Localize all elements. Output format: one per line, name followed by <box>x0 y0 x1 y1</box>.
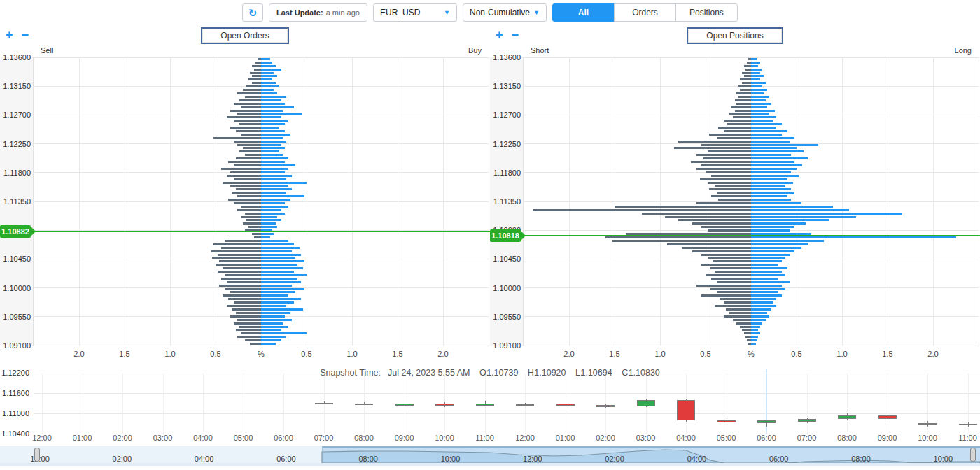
buy-bar <box>261 161 285 163</box>
last-update-label: Last Update: <box>276 8 323 17</box>
buy-bar <box>261 106 294 108</box>
sell-bar <box>230 127 261 129</box>
candlestick-chart[interactable]: Snapshot Time:Jul 24, 2023 5:55 AM O:1.1… <box>0 365 980 443</box>
buy-bar <box>751 75 764 77</box>
percent-tick-label: 1.0 <box>164 350 175 358</box>
tab-orders[interactable]: Orders <box>614 3 676 22</box>
buy-bar <box>751 99 766 101</box>
sell-bar <box>221 247 261 249</box>
buy-bar <box>751 288 785 290</box>
sell-bar <box>234 301 261 304</box>
price-tick-label: 1.11800 <box>491 169 521 177</box>
buy-bar <box>261 322 283 325</box>
buy-bar <box>261 336 286 338</box>
sell-bar <box>216 264 261 266</box>
position-book-plot[interactable] <box>524 57 979 346</box>
zoom-in-button[interactable]: + <box>496 29 503 41</box>
sell-bar <box>740 78 751 80</box>
time-tick-label: 10:00 <box>435 434 454 442</box>
sell-bar <box>214 137 261 139</box>
time-tick-label: 01:00 <box>556 434 575 442</box>
buy-bar <box>751 326 760 328</box>
sell-bar <box>219 285 261 287</box>
time-tick-label: 12:00 <box>515 434 535 442</box>
buy-bar <box>261 319 292 321</box>
gridline <box>524 57 524 346</box>
buy-bar <box>261 206 288 208</box>
buy-bar <box>751 247 802 249</box>
percent-tick-label: 2.0 <box>74 350 84 358</box>
instrument-select[interactable]: EUR_USD ▼ <box>373 3 457 22</box>
sell-bar <box>225 240 261 242</box>
sell-bar <box>735 99 751 101</box>
sell-bar <box>239 150 261 152</box>
gridline <box>83 373 83 434</box>
buy-bar <box>261 192 286 194</box>
order-book-plot[interactable] <box>34 57 489 346</box>
sell-bar <box>243 89 261 91</box>
sell-bar <box>615 206 751 208</box>
sell-bar <box>744 332 751 334</box>
navigator-left-handle[interactable] <box>34 448 40 462</box>
buy-bar <box>261 99 281 101</box>
sell-bar <box>241 106 261 108</box>
sell-bar <box>682 247 751 249</box>
time-tick-label: 09:00 <box>878 434 897 442</box>
buy-bar <box>261 274 307 276</box>
buy-bar <box>261 243 294 245</box>
candle <box>396 404 414 406</box>
buy-bar <box>261 65 276 67</box>
buy-bar <box>261 202 285 204</box>
sell-bar <box>228 199 261 201</box>
buy-bar <box>751 281 790 283</box>
sell-bar <box>230 171 261 173</box>
sell-bar <box>245 154 261 156</box>
sell-bar <box>234 202 261 204</box>
buy-bar <box>751 195 788 197</box>
tab-positions[interactable]: Positions <box>676 3 738 22</box>
buy-bar <box>751 85 762 87</box>
refresh-button[interactable]: ↻ <box>242 3 263 22</box>
sell-bar <box>701 164 752 166</box>
navigator-selection[interactable] <box>322 446 980 463</box>
sell-bar <box>729 312 751 314</box>
chart-title-open-orders: Open Orders <box>201 27 288 44</box>
mode-select[interactable]: Non-Cumulative ▼ <box>463 3 547 22</box>
open-positions-panel: + − Open Positions Short Long 1.136001.1… <box>490 25 980 365</box>
navigator-time-label: 08:00 <box>851 455 871 463</box>
view-tabs: All Orders Positions <box>552 3 738 22</box>
buy-bar <box>751 219 829 221</box>
percent-tick-label: 1.0 <box>654 350 665 358</box>
navigator-scroll-track[interactable] <box>0 463 980 466</box>
sell-bar <box>715 271 751 273</box>
price-tick-label: 1.13600 <box>491 53 521 62</box>
zoom-out-button[interactable]: − <box>22 29 29 41</box>
buy-bar <box>261 281 301 283</box>
navigator-time-label: 10:00 <box>934 455 953 463</box>
price-tick-label: 1.09550 <box>1 313 31 321</box>
buy-bar <box>751 257 785 259</box>
time-tick-label: 04:00 <box>193 434 213 442</box>
price-tick-label: 1.11350 <box>1 197 31 206</box>
zoom-in-button[interactable]: + <box>6 29 13 41</box>
buy-bar <box>261 308 303 311</box>
buy-bar <box>261 329 281 331</box>
percent-axis: 2.01.51.00.5%0.51.01.52.0 <box>490 346 980 364</box>
buy-bar <box>751 226 794 228</box>
sell-bar <box>715 185 751 187</box>
navigator-right-handle[interactable] <box>970 448 976 462</box>
buy-bar <box>261 92 277 94</box>
candle <box>718 420 736 422</box>
buy-bar <box>751 62 760 64</box>
zoom-out-button[interactable]: − <box>512 29 519 41</box>
buy-bar <box>751 285 782 287</box>
sell-bar <box>742 329 751 331</box>
gridline <box>888 57 888 346</box>
sell-bar <box>230 315 261 318</box>
buy-bar <box>751 240 824 242</box>
time-tick-label: 06:00 <box>274 434 293 442</box>
tab-all[interactable]: All <box>552 3 615 22</box>
buy-bar <box>751 182 793 184</box>
sell-bar <box>727 123 751 125</box>
sell-bar <box>227 281 261 283</box>
